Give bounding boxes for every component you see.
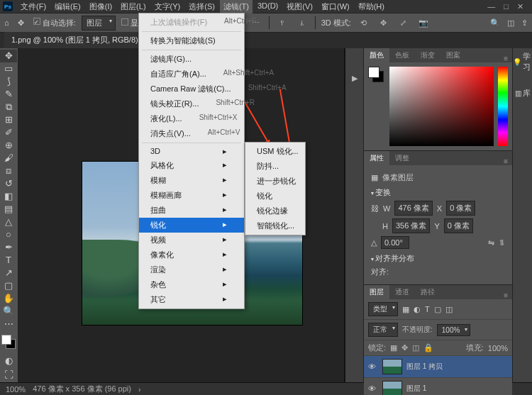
tab-adjustments[interactable]: 调整: [389, 151, 415, 165]
angle-field[interactable]: 0.00°: [381, 236, 409, 249]
crop-tool[interactable]: ⧉: [0, 101, 17, 113]
layer-thumbnail[interactable]: [382, 381, 402, 395]
brush-tool[interactable]: 🖌: [0, 152, 17, 165]
menu-窗口[interactable]: 窗口(W): [318, 0, 353, 13]
filter-adjust-icon[interactable]: ◐: [414, 305, 421, 314]
auto-select-checkbox[interactable]: 自动选择:: [33, 18, 76, 28]
tab-gradients[interactable]: 渐变: [415, 48, 440, 62]
frame-tool[interactable]: ⊞: [0, 113, 17, 126]
color-field[interactable]: [389, 67, 494, 146]
learn-button[interactable]: 💡 学习: [513, 51, 532, 72]
menu-文件[interactable]: 文件(F): [17, 0, 50, 13]
share-icon[interactable]: ⇪: [521, 18, 528, 28]
screen-mode-icon[interactable]: ⛶: [0, 368, 17, 382]
quick-mask-icon[interactable]: ◐: [0, 354, 17, 368]
marquee-tool[interactable]: ▭: [0, 62, 17, 75]
panel-flyout-icon[interactable]: ≡: [499, 291, 512, 299]
hand-tool[interactable]: ✋: [0, 292, 17, 305]
blur-tool[interactable]: △: [0, 216, 17, 228]
menu-item-像素化[interactable]: 像素化▸: [139, 247, 244, 262]
tab-color[interactable]: 颜色: [364, 48, 389, 62]
pan-icon[interactable]: ✥: [377, 16, 391, 30]
lock-artboard-icon[interactable]: ◫: [412, 343, 419, 352]
play-icon[interactable]: ▶: [348, 71, 362, 85]
libraries-button[interactable]: ▥ 库: [515, 88, 531, 99]
menu-item-模糊[interactable]: 模糊▸: [139, 173, 244, 188]
tab-properties[interactable]: 属性: [364, 151, 389, 165]
visibility-icon[interactable]: 👁: [368, 384, 378, 393]
blend-mode-dropdown[interactable]: 正常: [368, 323, 398, 337]
workspace-icon[interactable]: ◫: [507, 18, 514, 28]
menu-帮助[interactable]: 帮助(H): [355, 0, 388, 13]
stamp-tool[interactable]: ⧈: [0, 165, 17, 177]
flip-h-icon[interactable]: ⇋: [488, 238, 494, 247]
heal-tool[interactable]: ⊕: [0, 139, 17, 152]
gradient-tool[interactable]: ▤: [0, 203, 17, 216]
menu-item-进一步锐化[interactable]: 进一步锐化: [245, 174, 305, 189]
menu-选择[interactable]: 选择(S): [185, 0, 218, 13]
zoom-level[interactable]: 100%: [6, 385, 26, 394]
dolly-icon[interactable]: ⤢: [397, 16, 411, 30]
menu-图层[interactable]: 图层(L): [117, 0, 149, 13]
menu-编辑[interactable]: 编辑(E): [51, 0, 84, 13]
flip-v-icon[interactable]: ⥮: [499, 238, 505, 247]
menu-item-模糊画廊[interactable]: 模糊画廊▸: [139, 188, 244, 203]
align-section[interactable]: 对齐并分布: [371, 253, 505, 264]
layer-row[interactable]: 👁 图层 1: [364, 378, 512, 395]
menu-item-其它[interactable]: 其它▸: [139, 292, 244, 307]
menu-item-last-filter[interactable]: 上次滤镜操作(F)Alt+Ctrl+F: [139, 15, 244, 30]
path-tool[interactable]: ↗: [0, 267, 17, 279]
history-brush-tool[interactable]: ↺: [0, 177, 17, 190]
search-icon[interactable]: 🔍: [490, 18, 500, 28]
maximize-icon[interactable]: □: [504, 2, 509, 11]
menu-视图[interactable]: 视图(V): [283, 0, 316, 13]
edit-toolbar[interactable]: ⋯: [0, 318, 17, 330]
menu-图像[interactable]: 图像(I): [86, 0, 116, 13]
layer-row[interactable]: 👁 图层 1 拷贝: [364, 356, 512, 378]
filter-type-icon[interactable]: T: [425, 305, 430, 313]
menu-item-视频[interactable]: 视频▸: [139, 233, 244, 247]
align-h-icon[interactable]: ⫰: [295, 16, 309, 30]
type-tool[interactable]: T: [0, 254, 17, 267]
lasso-tool[interactable]: ⟆: [0, 75, 17, 88]
quick-select-tool[interactable]: ✎: [0, 88, 17, 101]
tab-patterns[interactable]: 图案: [440, 48, 466, 62]
visibility-icon[interactable]: 👁: [368, 362, 378, 371]
filter-kind-dropdown[interactable]: 类型: [368, 302, 398, 316]
x-field[interactable]: 0 像素: [446, 201, 475, 216]
align-v-icon[interactable]: ⫯: [275, 16, 289, 30]
menu-item-智能锐化...[interactable]: 智能锐化...: [245, 218, 305, 233]
filter-shape-icon[interactable]: ▢: [434, 305, 441, 314]
minimize-icon[interactable]: —: [487, 2, 495, 11]
orbit-icon[interactable]: ⟲: [357, 16, 371, 30]
move-tool-icon[interactable]: ✥: [15, 16, 28, 29]
eraser-tool[interactable]: ◧: [0, 190, 17, 203]
lock-all-icon[interactable]: 🔒: [423, 343, 433, 352]
menu-3d[interactable]: 3D(D): [254, 0, 282, 13]
close-icon[interactable]: ✕: [517, 2, 523, 11]
menu-item-3D[interactable]: 3D▸: [139, 145, 244, 158]
height-field[interactable]: 356 像素: [392, 218, 430, 233]
menu-item-锐化[interactable]: 锐化: [245, 189, 305, 204]
link-wh-icon[interactable]: ⛓: [371, 204, 379, 213]
color-swatches[interactable]: [0, 333, 18, 351]
menu-文字[interactable]: 文字(Y): [151, 0, 184, 13]
layer-name[interactable]: 图层 1 拷贝: [406, 362, 443, 372]
menu-item-杂色[interactable]: 杂色▸: [139, 277, 244, 292]
document-tab[interactable]: 1.png @ 100% (图层 1 拷贝, RGB/8) ×: [4, 32, 154, 48]
doc-info-chevron-icon[interactable]: ›: [138, 385, 141, 394]
menu-item[interactable]: 消失点(V)...Alt+Ctrl+V: [139, 126, 244, 141]
menu-item-渲染[interactable]: 渲染▸: [139, 262, 244, 277]
menu-item[interactable]: Camera Raw 滤镜(C)...Shift+Ctrl+A: [139, 82, 244, 96]
tab-layers[interactable]: 图层: [364, 285, 389, 299]
filter-pixel-icon[interactable]: ▦: [402, 305, 409, 314]
eyedropper-tool[interactable]: ✐: [0, 126, 17, 139]
dodge-tool[interactable]: ○: [0, 228, 17, 241]
menu-item-锐化边缘[interactable]: 锐化边缘: [245, 204, 305, 218]
tab-channels[interactable]: 通道: [389, 285, 415, 299]
y-field[interactable]: 0 像素: [444, 218, 473, 233]
panel-flyout-icon[interactable]: ≡: [499, 55, 512, 62]
menu-item[interactable]: 液化(L)...Shift+Ctrl+X: [139, 111, 244, 126]
tab-paths[interactable]: 路径: [415, 285, 440, 299]
lock-pixels-icon[interactable]: ▦: [390, 343, 397, 352]
